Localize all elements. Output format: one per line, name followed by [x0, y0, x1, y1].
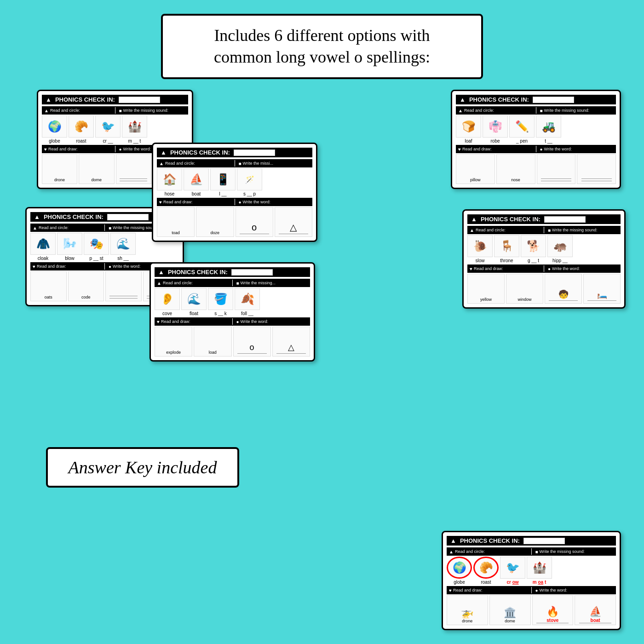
circle-icon: ●: [119, 147, 122, 152]
card2-write2: [577, 154, 616, 184]
card1-crow: 🐦 cr __: [95, 115, 121, 144]
card1-roast: 🥐 roast: [69, 115, 94, 144]
card3-section2: ♥ Read and draw: ● Write the word:: [157, 198, 312, 206]
card5-float: 🌊 float: [181, 288, 207, 316]
card6-slow: 🐌 slow: [467, 235, 493, 263]
card2-write1: [537, 154, 576, 184]
card6-draw-yellow: yellow: [467, 274, 505, 304]
card4-post: 🎭 p __ st: [84, 233, 109, 261]
answer-draw-write: 🚁 drone 🏛️ dome 🔥 stove ⛵ boat: [447, 595, 616, 625]
card1-images: 🌍 globe 🥐 roast 🐦 cr __ 🏰 m __ t: [42, 115, 188, 144]
card3-boat: ⛵ boat: [184, 168, 209, 196]
answer-moat: 🏰 m oa t: [527, 557, 552, 585]
answer-section1: ▲ Read and circle: ■ Write the missing s…: [447, 547, 616, 556]
answer-draw-drone: 🚁 drone: [447, 595, 488, 625]
card1-globe: 🌍 globe: [42, 115, 67, 144]
card2-loaf: 🍞 loaf: [456, 115, 481, 144]
answer-globe: 🌍 globe: [447, 557, 472, 585]
card4-show: 🌊 sh __: [110, 233, 136, 261]
card6-draw-write: yellow window 🧒 🛏️: [467, 274, 621, 304]
title-banner: Includes 6 different options with common…: [161, 14, 483, 79]
card6-section1: ▲ Read and circle: ■ Write the missing s…: [467, 226, 621, 234]
card1-write1: [116, 154, 151, 184]
answer-roast: 🥐 roast: [473, 557, 499, 585]
answer-crow: 🐦 cr ow: [500, 557, 525, 585]
card5-section2: ♥ Read and draw: ● Write the word:: [155, 317, 310, 326]
card6-draw-window: window: [506, 274, 543, 304]
card1-draw-dome: dome: [79, 154, 114, 184]
phonics-card-5: ▲ PHONICS CHECK IN: ▲ Read and circle: ■…: [150, 262, 315, 362]
card3-section1: ▲ Read and circle: ■ Write the missi...: [157, 159, 312, 167]
card5-draw-load: load: [194, 327, 231, 356]
card3-draw-toad: toad: [157, 207, 195, 237]
triangle-icon: ▲: [46, 96, 52, 103]
card5-draw-write: explode load o △: [155, 327, 310, 356]
card5-follow: 🍂 foll __: [235, 288, 260, 316]
card2-header: ▲ PHONICS CHECK IN:: [456, 95, 616, 104]
answer-write-boat: ⛵ boat: [575, 595, 616, 625]
card1-header: ▲ PHONICS CHECK IN:: [42, 95, 188, 104]
card3-images: 🏠 hose ⛵ boat 📱 l __ 🪄 s __ p: [157, 168, 312, 196]
phonics-card-3: ▲ PHONICS CHECK IN: ▲ Read and circle: ■…: [152, 143, 317, 242]
answer-images: 🌍 globe 🥐 roast 🐦 cr ow 🏰 m oa t: [447, 557, 616, 585]
card3-soap: 🪄 s __ p: [237, 168, 262, 196]
card3-hose: 🏠 hose: [157, 168, 182, 196]
card2-tow: 🚜 t __: [536, 115, 561, 144]
card3-write2: △: [275, 207, 312, 237]
card5-write1: o: [233, 327, 271, 356]
answer-write-stove: 🔥 stove: [532, 595, 574, 625]
triangle-icon2: ▲: [460, 96, 466, 103]
answer-section2: ♥ Read and draw: ● Write the word:: [447, 586, 616, 594]
card4-write1: [105, 271, 142, 301]
triangle-sm-icon: ▲: [44, 108, 49, 113]
card6-goat: 🐕 g __ t: [521, 235, 546, 263]
card5-section1: ▲ Read and circle: ■ Write the missing..…: [155, 279, 310, 287]
title-text: Includes 6 different options with common…: [177, 25, 467, 68]
phonics-card-6: ▲ PHONICS CHECK IN: ▲ Read and circle: ■…: [462, 209, 626, 309]
answer-card-header: ▲ PHONICS CHECK IN:: [447, 536, 616, 546]
card6-header: ▲ PHONICS CHECK IN:: [467, 214, 621, 224]
card4-blow: 🌬️ blow: [57, 233, 82, 261]
card6-write1: 🧒: [545, 274, 582, 304]
answer-key-banner: Answer Key included: [46, 447, 239, 488]
card1-moat: 🏰 m __ t: [122, 115, 147, 144]
card1-draw-drone: drone: [42, 154, 77, 184]
heart-icon: ♥: [44, 147, 47, 152]
card6-images: 🐌 slow 🪑 throne 🐕 g __ t 🦛 hipp __: [467, 235, 621, 263]
card6-write2: 🛏️: [583, 274, 621, 304]
card3-write1: o: [236, 207, 273, 237]
card4-draw-code: code: [68, 271, 104, 301]
card3-l: 📱 l __: [210, 168, 236, 196]
card2-draw-write: pillow nose: [456, 154, 616, 184]
phonics-card-2: ▲ PHONICS CHECK IN: ▲ Read and circle: ■…: [451, 90, 621, 189]
card3-header: ▲ PHONICS CHECK IN:: [157, 148, 312, 157]
card4-cloak: 🧥 cloak: [30, 233, 56, 261]
card5-write2: △: [272, 327, 310, 356]
card1-section1: ▲ Read and circle: ■ Write the missing s…: [42, 106, 188, 115]
card2-pen: ✏️ _ pen: [509, 115, 535, 144]
answer-card: ▲ PHONICS CHECK IN: ▲ Read and circle: ■…: [442, 531, 621, 630]
answer-key-text: Answer Key included: [62, 457, 224, 477]
answer-draw-dome: 🏛️ dome: [489, 595, 531, 625]
card2-draw-nose: nose: [496, 154, 535, 184]
card6-hippo: 🦛 hipp __: [547, 235, 573, 263]
card6-throne: 🪑 throne: [494, 235, 519, 263]
square-icon: ■: [119, 108, 122, 113]
card2-images: 🍞 loaf 👘 robe ✏️ _ pen 🚜 t __: [456, 115, 616, 144]
card5-soak: 🪣 s __ k: [208, 288, 233, 316]
card3-draw-doze: doze: [196, 207, 234, 237]
card4-draw-oats: oats: [30, 271, 67, 301]
card2-robe: 👘 robe: [483, 115, 508, 144]
card2-section2: ♥ Read and draw: ● Write the word:: [456, 145, 616, 153]
card2-section1: ▲ Read and circle: ■ Write the missing s…: [456, 106, 616, 115]
card5-images: 👂 cove 🌊 float 🪣 s __ k 🍂 foll __: [155, 288, 310, 316]
card2-draw-pillow: pillow: [456, 154, 495, 184]
card3-draw-write: toad doze o △: [157, 207, 312, 237]
card5-header: ▲ PHONICS CHECK IN:: [155, 267, 310, 277]
card5-cove: 👂 cove: [155, 288, 180, 316]
card5-draw-explode: explode: [155, 327, 192, 356]
card6-section2: ♥ Read and draw: ● Write the word:: [467, 264, 621, 273]
